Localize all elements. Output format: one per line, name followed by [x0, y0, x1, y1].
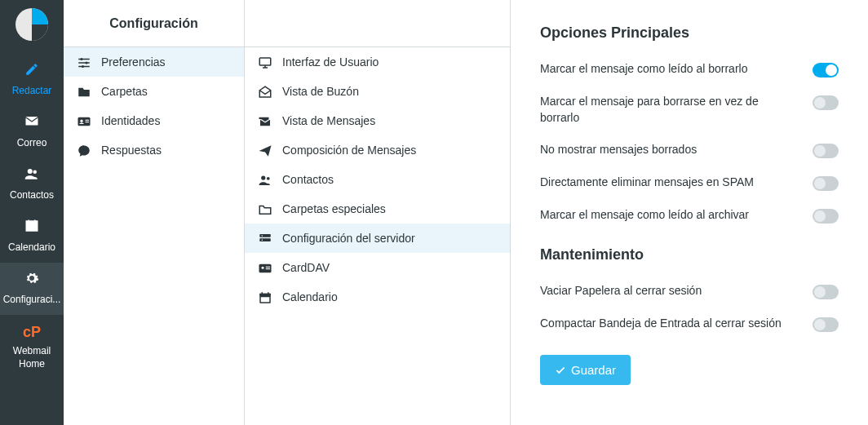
opt-label: No mostrar mensajes borrados	[540, 142, 798, 158]
save-button-label: Guardar	[571, 363, 616, 377]
svg-point-16	[262, 239, 264, 241]
main-options-title: Opciones Principales	[540, 24, 839, 42]
section-contacts[interactable]: Contactos	[245, 165, 510, 194]
section-calendar-label: Calendario	[282, 290, 338, 303]
folder-outline-icon	[256, 201, 274, 216]
section-ui[interactable]: Interfaz de Usuario	[245, 47, 510, 77]
svg-point-18	[262, 266, 264, 268]
opt-label: Marcar el mensaje como leído al archivar	[540, 207, 798, 224]
cpanel-icon: cP	[23, 323, 41, 342]
nav-contacts-label: Contactos	[10, 189, 54, 202]
section-server-config[interactable]: Configuración del servidor	[245, 224, 510, 253]
address-card-icon	[256, 259, 274, 275]
settings-preferences-label: Preferencias	[101, 55, 166, 69]
opt-label: Compactar Bandeja de Entrada al cerrar s…	[540, 316, 798, 332]
settings-responses-label: Respuestas	[101, 144, 162, 157]
section-mailbox-view[interactable]: Vista de Buzón	[245, 77, 510, 106]
opt-row-empty-trash: Vaciar Papelera al cerrar sesión	[540, 275, 839, 308]
toggle-delete-spam-direct[interactable]	[813, 176, 839, 191]
settings-folders[interactable]: Carpetas	[64, 77, 244, 106]
nav-settings[interactable]: Configuraci...	[0, 263, 64, 315]
save-button[interactable]: Guardar	[540, 355, 631, 385]
opt-label: Directamente eliminar mensajes en SPAM	[540, 175, 798, 191]
id-card-icon	[75, 113, 93, 128]
opt-row-read-on-archive: Marcar el mensaje como leído al archivar	[540, 199, 839, 232]
svg-rect-19	[266, 266, 270, 267]
svg-point-5	[82, 65, 84, 68]
svg-rect-9	[86, 122, 90, 122]
section-calendar[interactable]: Calendario	[245, 282, 510, 312]
svg-point-7	[80, 119, 82, 122]
settings-identities[interactable]: Identidades	[64, 106, 244, 135]
settings-identities-label: Identidades	[101, 114, 160, 127]
section-messages-view-label: Vista de Mensajes	[282, 114, 375, 127]
mail-icon	[24, 114, 39, 134]
section-carddav-label: CardDAV	[282, 261, 330, 274]
envelopes-icon	[256, 113, 274, 128]
nav-calendar[interactable]: Calendario	[0, 210, 64, 263]
nav-settings-label: Configuraci...	[3, 294, 61, 307]
chat-icon	[75, 142, 93, 157]
users-icon	[256, 171, 274, 187]
nav-calendar-label: Calendario	[8, 241, 55, 255]
section-contacts-label: Contactos	[282, 173, 334, 186]
nav-mail-label: Correo	[17, 137, 47, 150]
svg-rect-10	[259, 58, 271, 65]
section-compose[interactable]: Composición de Mensajes	[245, 135, 510, 165]
svg-rect-20	[266, 268, 270, 269]
settings-folders-label: Carpetas	[101, 85, 148, 98]
svg-point-4	[86, 61, 88, 64]
opt-row-compact-inbox: Compactar Bandeja de Entrada al cerrar s…	[540, 308, 839, 340]
svg-point-12	[267, 176, 270, 179]
calendar-icon	[24, 219, 39, 238]
settings-preferences[interactable]: Preferencias	[64, 47, 244, 77]
svg-rect-8	[86, 119, 90, 120]
section-messages-view[interactable]: Vista de Mensajes	[245, 106, 510, 135]
opt-row-read-on-delete: Marcar el mensaje como leído al borrarlo	[540, 53, 839, 86]
opt-label: Marcar el mensaje como leído al borrarlo	[540, 61, 798, 77]
section-compose-label: Composición de Mensajes	[282, 144, 416, 157]
gear-icon	[24, 271, 39, 290]
settings-column: Configuración Preferencias Carpetas Iden…	[64, 0, 245, 425]
section-mailbox-view-label: Vista de Buzón	[282, 85, 359, 98]
opt-row-hide-deleted: No mostrar mensajes borrados	[540, 134, 839, 166]
nav-mail[interactable]: Correo	[0, 106, 64, 158]
opt-row-flag-instead-delete: Marcar el mensaje para borrarse en vez d…	[540, 86, 839, 134]
sections-column: Interfaz de Usuario Vista de Buzón Vista…	[245, 0, 511, 425]
contacts-icon	[24, 166, 39, 186]
nav-compose[interactable]: Redactar	[0, 54, 64, 106]
calendar-icon	[256, 289, 274, 304]
toggle-flag-instead-delete[interactable]	[813, 95, 839, 110]
section-special-folders[interactable]: Carpetas especiales	[245, 194, 510, 224]
desktop-icon	[256, 54, 274, 69]
section-server-config-label: Configuración del servidor	[282, 232, 415, 245]
section-carddav[interactable]: CardDAV	[245, 253, 510, 282]
svg-point-3	[81, 58, 83, 60]
svg-rect-22	[259, 293, 271, 295]
folder-icon	[75, 83, 93, 99]
paper-plane-icon	[256, 142, 274, 157]
opt-label: Marcar el mensaje para borrarse en vez d…	[540, 94, 798, 126]
nav-webmail-home-label: Webmail Home	[0, 345, 64, 370]
toggle-compact-inbox[interactable]	[813, 317, 839, 332]
toggle-read-on-archive[interactable]	[813, 209, 839, 224]
toggle-empty-trash[interactable]	[813, 285, 839, 299]
svg-point-11	[261, 175, 265, 179]
nav-compose-label: Redactar	[12, 85, 52, 98]
toggle-hide-deleted[interactable]	[813, 144, 839, 158]
section-ui-label: Interfaz de Usuario	[282, 55, 379, 69]
check-icon	[555, 365, 566, 376]
svg-point-1	[28, 169, 33, 174]
settings-responses[interactable]: Respuestas	[64, 135, 244, 165]
sliders-icon	[75, 54, 93, 69]
nav-webmail-home[interactable]: cP Webmail Home	[0, 315, 64, 379]
server-icon	[256, 230, 274, 246]
main-nav: Redactar Correo Contactos Calendario Con…	[0, 0, 64, 425]
sections-header	[245, 0, 510, 47]
toggle-read-on-delete[interactable]	[813, 63, 839, 77]
envelope-open-icon	[256, 83, 274, 99]
nav-contacts[interactable]: Contactos	[0, 158, 64, 210]
compose-icon	[24, 62, 39, 82]
svg-rect-14	[259, 238, 271, 241]
app-logo	[12, 7, 51, 46]
